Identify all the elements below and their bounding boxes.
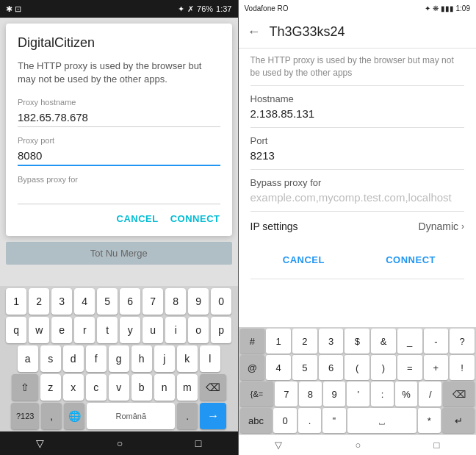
- key-w[interactable]: w: [29, 317, 49, 343]
- key-m[interactable]: m: [177, 374, 198, 401]
- key-plus[interactable]: +: [424, 355, 449, 380]
- key-r9[interactable]: 9: [323, 381, 346, 406]
- key-9[interactable]: 9: [188, 288, 209, 315]
- key-r1[interactable]: 1: [266, 329, 291, 354]
- key-amp[interactable]: &: [371, 329, 396, 354]
- key-y[interactable]: y: [120, 317, 140, 343]
- key-percent[interactable]: %: [395, 381, 418, 406]
- key-r4[interactable]: 4: [266, 355, 291, 380]
- key-slash[interactable]: /: [419, 381, 441, 406]
- key-o[interactable]: o: [188, 317, 209, 343]
- key-t[interactable]: t: [97, 317, 118, 343]
- key-period-r[interactable]: .: [298, 408, 321, 433]
- chevron-right-icon: ›: [461, 221, 464, 232]
- home-nav-left[interactable]: ○: [117, 437, 123, 449]
- key-a[interactable]: a: [18, 345, 38, 372]
- key-j[interactable]: j: [154, 345, 175, 372]
- key-rparen[interactable]: ): [371, 355, 396, 380]
- key-underscore[interactable]: _: [397, 329, 422, 354]
- cancel-button-right[interactable]: CANCEL: [250, 247, 358, 273]
- period-key[interactable]: .: [177, 403, 198, 429]
- enter-key-right[interactable]: ↵: [442, 408, 475, 433]
- port-field: Port 8213: [250, 128, 465, 170]
- key-5[interactable]: 5: [97, 288, 118, 315]
- key-abc[interactable]: abc: [240, 408, 273, 433]
- key-r0[interactable]: 0: [273, 408, 296, 433]
- port-label-right: Port: [250, 135, 465, 146]
- behind-dialog-text: Tot Nu Merge: [6, 242, 232, 265]
- key-q[interactable]: q: [6, 317, 26, 343]
- key-dquote[interactable]: ": [322, 408, 345, 433]
- globe-key[interactable]: 🌐: [64, 403, 84, 429]
- recent-nav-right[interactable]: □: [433, 440, 439, 451]
- key-lparen[interactable]: (: [345, 355, 369, 380]
- key-r8[interactable]: 8: [299, 381, 322, 406]
- key-r2[interactable]: 2: [292, 329, 317, 354]
- ip-settings-row[interactable]: IP settings Dynamic ›: [250, 212, 465, 241]
- key-u[interactable]: u: [143, 317, 163, 343]
- key-0[interactable]: 0: [211, 288, 231, 315]
- key-r5[interactable]: 5: [292, 355, 317, 380]
- key-at[interactable]: @: [240, 355, 265, 380]
- key-3[interactable]: 3: [51, 288, 72, 315]
- key-equals[interactable]: =: [397, 355, 422, 380]
- key-r6[interactable]: 6: [319, 355, 344, 380]
- carrier-name: Vodafone RO: [245, 4, 289, 12]
- key-h[interactable]: h: [131, 345, 152, 372]
- shift-key[interactable]: ⇧: [12, 374, 38, 401]
- key-i[interactable]: i: [165, 317, 186, 343]
- info-text-right: The HTTP proxy is used by the browser bu…: [250, 49, 465, 86]
- key-sym[interactable]: {&=: [240, 381, 274, 406]
- key-exclaim[interactable]: !: [450, 355, 475, 380]
- backspace-key-right[interactable]: ⌫: [443, 381, 475, 406]
- comma-key[interactable]: ,: [41, 403, 62, 429]
- key-8[interactable]: 8: [165, 288, 186, 315]
- cancel-button-left[interactable]: CANCEL: [117, 213, 159, 224]
- key-n[interactable]: n: [154, 374, 175, 401]
- top-bar-right: ← Th3G33ks24: [239, 16, 477, 49]
- key-6[interactable]: 6: [120, 288, 140, 315]
- key-r[interactable]: r: [74, 317, 95, 343]
- key-e[interactable]: e: [51, 317, 72, 343]
- back-nav-right[interactable]: ▽: [275, 440, 282, 451]
- key-k[interactable]: k: [177, 345, 198, 372]
- key-dollar[interactable]: $: [345, 329, 369, 354]
- connect-button-right[interactable]: CONNECT: [357, 247, 464, 273]
- back-arrow-right[interactable]: ←: [248, 24, 261, 40]
- key-z[interactable]: z: [40, 374, 61, 401]
- key-question[interactable]: ?: [450, 329, 475, 354]
- space-key[interactable]: Română: [87, 403, 175, 429]
- key-2[interactable]: 2: [29, 288, 49, 315]
- port-input[interactable]: [18, 146, 220, 166]
- numbers-key[interactable]: ?123: [11, 403, 39, 429]
- key-7[interactable]: 7: [143, 288, 163, 315]
- key-hash[interactable]: #: [240, 329, 265, 354]
- key-r3[interactable]: 3: [319, 329, 344, 354]
- key-colon[interactable]: :: [371, 381, 394, 406]
- key-c[interactable]: c: [86, 374, 107, 401]
- key-l[interactable]: l: [200, 345, 220, 372]
- back-nav-left[interactable]: ▽: [36, 437, 44, 449]
- hostname-input[interactable]: [18, 108, 220, 127]
- key-b[interactable]: b: [131, 374, 152, 401]
- enter-key[interactable]: →: [200, 403, 226, 429]
- key-quote[interactable]: ': [347, 381, 369, 406]
- key-star[interactable]: *: [418, 408, 441, 433]
- key-p[interactable]: p: [211, 317, 231, 343]
- home-nav-right[interactable]: ○: [355, 440, 361, 451]
- recent-nav-left[interactable]: □: [195, 437, 201, 449]
- space-key-right[interactable]: ⎵: [347, 408, 416, 433]
- key-minus[interactable]: -: [424, 329, 449, 354]
- key-r7[interactable]: 7: [275, 381, 298, 406]
- key-4[interactable]: 4: [74, 288, 95, 315]
- key-f[interactable]: f: [86, 345, 107, 372]
- bypass-input[interactable]: [18, 185, 220, 204]
- key-1[interactable]: 1: [6, 288, 26, 315]
- key-s[interactable]: s: [40, 345, 61, 372]
- key-d[interactable]: d: [63, 345, 84, 372]
- connect-button-left[interactable]: CONNECT: [170, 213, 220, 224]
- key-v[interactable]: v: [109, 374, 129, 401]
- key-g[interactable]: g: [109, 345, 129, 372]
- key-x[interactable]: x: [63, 374, 84, 401]
- backspace-key[interactable]: ⌫: [200, 374, 226, 401]
